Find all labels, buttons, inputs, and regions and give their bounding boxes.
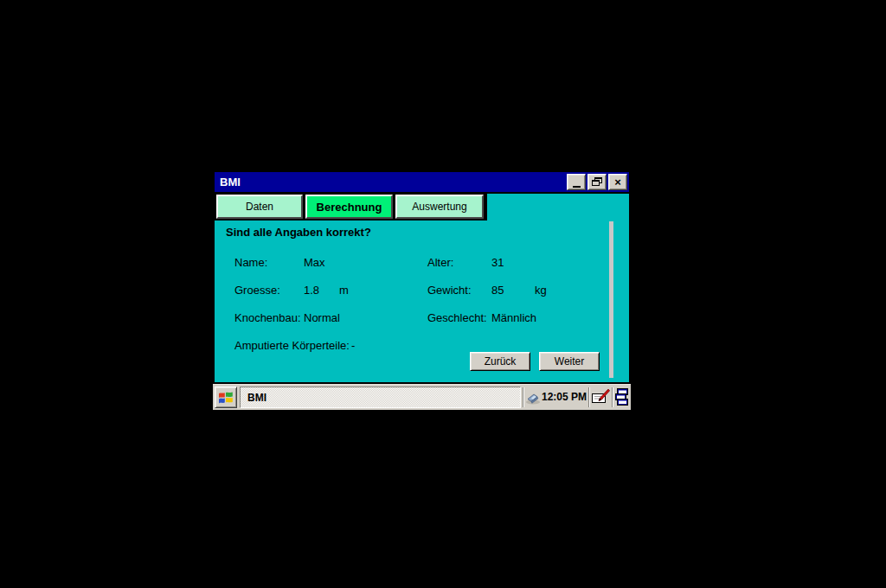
tab-label: Berechnung bbox=[317, 201, 382, 214]
name-label: Name: bbox=[234, 256, 267, 269]
field-row: Name: Max Alter: 31 bbox=[215, 256, 629, 270]
tab-strip-filler bbox=[487, 194, 629, 220]
cascade-windows-icon[interactable] bbox=[614, 388, 629, 406]
amputierte-label: Amputierte Körperteile: bbox=[234, 339, 350, 352]
tab-berechnung[interactable]: Berechnung bbox=[305, 195, 393, 219]
scrollbar-thumb[interactable] bbox=[609, 221, 613, 378]
groesse-label: Groesse: bbox=[234, 284, 280, 297]
close-button[interactable]: × bbox=[608, 174, 627, 190]
geschlecht-value: Männlich bbox=[491, 311, 536, 324]
alter-label: Alter: bbox=[427, 256, 453, 269]
tab-auswertung[interactable]: Auswertung bbox=[395, 195, 484, 219]
task-button-bmi[interactable]: BMI bbox=[240, 387, 521, 408]
taskbar: BMI 12:05 PM bbox=[213, 384, 631, 410]
content-pane: Sind alle Angaben korrekt? Name: Max Alt… bbox=[215, 220, 629, 382]
window-title: BMI bbox=[220, 176, 241, 189]
taskbar-clock: 12:05 PM bbox=[542, 385, 587, 410]
field-row: Amputierte Körperteile: - bbox=[234, 339, 355, 352]
tab-label: Daten bbox=[246, 201, 273, 213]
knochenbau-value: Normal bbox=[304, 311, 340, 324]
knochenbau-label: Knochenbau: bbox=[234, 311, 301, 324]
restore-icon bbox=[592, 177, 603, 187]
taskbar-divider bbox=[588, 387, 590, 407]
minimize-icon bbox=[573, 186, 581, 188]
gewicht-unit: kg bbox=[535, 284, 547, 297]
taskbar-divider bbox=[523, 387, 524, 407]
task-button-label: BMI bbox=[247, 392, 266, 404]
close-icon: × bbox=[614, 176, 621, 188]
amputierte-value: - bbox=[351, 339, 355, 352]
groesse-unit: m bbox=[339, 284, 349, 297]
gewicht-value: 85 bbox=[491, 284, 504, 297]
minimize-button[interactable] bbox=[567, 174, 586, 190]
connection-status-icon[interactable] bbox=[525, 391, 541, 405]
next-button[interactable]: Weiter bbox=[539, 352, 600, 371]
question-text: Sind alle Angaben korrekt? bbox=[226, 226, 371, 239]
start-button[interactable] bbox=[215, 387, 237, 408]
gewicht-label: Gewicht: bbox=[427, 284, 472, 297]
tab-daten[interactable]: Daten bbox=[216, 195, 303, 219]
geschlecht-label: Geschlecht: bbox=[427, 311, 487, 324]
field-row: Knochenbau: Normal Geschlecht: Männlich bbox=[215, 311, 629, 325]
alter-value: 31 bbox=[491, 256, 504, 269]
tab-label: Auswertung bbox=[412, 201, 466, 213]
groesse-value: 1.8 bbox=[304, 284, 319, 297]
maximize-button[interactable] bbox=[587, 174, 607, 190]
app-window: BMI × Daten Berechnung Auswertung bbox=[213, 170, 631, 384]
input-panel-icon[interactable] bbox=[591, 388, 610, 406]
windows-flag-icon bbox=[218, 391, 234, 405]
field-row: Groesse: 1.8 m Gewicht: 85 kg bbox=[215, 284, 629, 297]
desktop: BMI × Daten Berechnung Auswertung bbox=[0, 0, 886, 588]
name-value: Max bbox=[304, 256, 325, 269]
taskbar-divider bbox=[612, 387, 613, 407]
back-button[interactable]: Zurück bbox=[470, 352, 530, 371]
